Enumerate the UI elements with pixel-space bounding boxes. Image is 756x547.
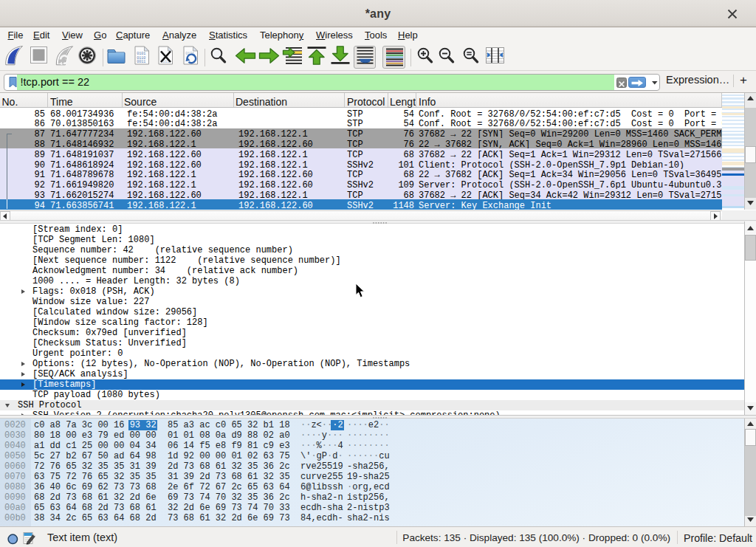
svg-text:0011: 0011 xyxy=(137,60,145,64)
